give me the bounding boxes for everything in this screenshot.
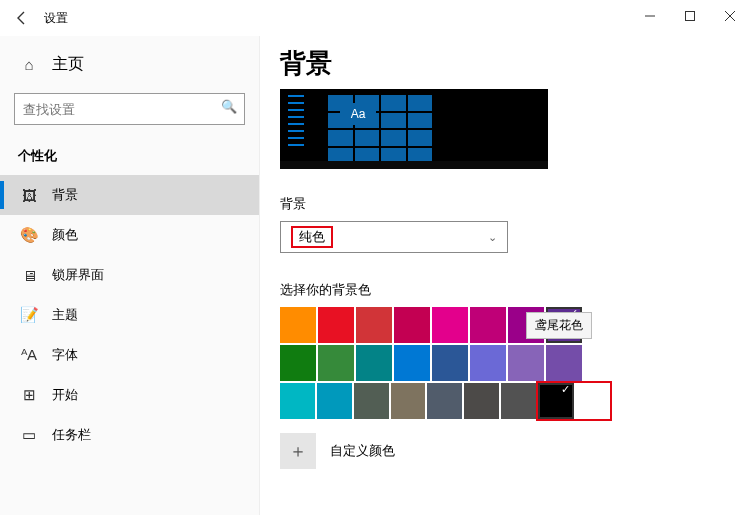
sidebar-item-6[interactable]: ▭任务栏 <box>0 415 259 455</box>
color-swatch[interactable] <box>318 345 354 381</box>
color-swatch[interactable] <box>501 383 536 419</box>
main-content: 背景 Aa 背景 纯色 ⌄ 选择你的背景色 ＋ 自定义颜色 <box>260 36 750 515</box>
background-preview: Aa <box>280 89 548 169</box>
color-swatch[interactable] <box>280 383 315 419</box>
choose-color-label: 选择你的背景色 <box>280 281 730 299</box>
color-swatch[interactable] <box>280 345 316 381</box>
background-dropdown[interactable]: 纯色 ⌄ <box>280 221 508 253</box>
chevron-down-icon: ⌄ <box>488 231 497 244</box>
color-swatch[interactable] <box>391 383 426 419</box>
maximize-button[interactable] <box>670 0 710 32</box>
color-swatch[interactable] <box>470 345 506 381</box>
color-swatch[interactable] <box>354 383 389 419</box>
color-tooltip: 鸢尾花色 <box>526 312 592 339</box>
color-swatch[interactable] <box>280 307 316 343</box>
color-swatch[interactable] <box>356 345 392 381</box>
sidebar-section-label: 个性化 <box>0 133 259 175</box>
sidebar-item-icon: 🖥 <box>20 267 38 284</box>
search-input[interactable] <box>14 93 245 125</box>
color-swatch[interactable] <box>394 345 430 381</box>
color-swatch[interactable] <box>546 345 582 381</box>
page-title: 背景 <box>280 46 730 81</box>
sidebar-item-4[interactable]: ᴬA字体 <box>0 335 259 375</box>
sidebar-item-label: 背景 <box>52 186 78 204</box>
color-swatch[interactable] <box>464 383 499 419</box>
sidebar-item-label: 颜色 <box>52 226 78 244</box>
sidebar: ⌂ 主页 🔍 个性化 🖼背景🎨颜色🖥锁屏界面📝主题ᴬA字体⊞开始▭任务栏 <box>0 36 260 515</box>
close-button[interactable] <box>710 0 750 32</box>
sidebar-item-5[interactable]: ⊞开始 <box>0 375 259 415</box>
color-swatch[interactable] <box>432 307 468 343</box>
color-swatch[interactable] <box>427 383 462 419</box>
background-dropdown-label: 背景 <box>280 195 730 213</box>
preview-sample-text: Aa <box>340 103 376 125</box>
color-swatch[interactable] <box>317 383 352 419</box>
color-swatch[interactable] <box>470 307 506 343</box>
home-icon: ⌂ <box>20 56 38 73</box>
custom-color-button[interactable]: ＋ <box>280 433 316 469</box>
sidebar-item-label: 锁屏界面 <box>52 266 104 284</box>
sidebar-item-3[interactable]: 📝主题 <box>0 295 259 335</box>
back-button[interactable] <box>0 0 44 36</box>
sidebar-item-icon: ᴬA <box>20 346 38 364</box>
background-dropdown-value: 纯色 <box>291 226 333 248</box>
minimize-button[interactable] <box>630 0 670 32</box>
sidebar-item-1[interactable]: 🎨颜色 <box>0 215 259 255</box>
window-title: 设置 <box>44 10 68 27</box>
sidebar-item-icon: ▭ <box>20 426 38 444</box>
color-swatch[interactable] <box>538 383 574 419</box>
sidebar-item-label: 开始 <box>52 386 78 404</box>
custom-color-label: 自定义颜色 <box>330 442 395 460</box>
sidebar-item-icon: 📝 <box>20 306 38 324</box>
color-swatch[interactable] <box>574 383 610 419</box>
color-swatch[interactable] <box>356 307 392 343</box>
sidebar-item-label: 字体 <box>52 346 78 364</box>
sidebar-item-icon: 🖼 <box>20 187 38 204</box>
search-icon: 🔍 <box>221 99 237 114</box>
sidebar-item-label: 任务栏 <box>52 426 91 444</box>
sidebar-item-2[interactable]: 🖥锁屏界面 <box>0 255 259 295</box>
color-swatch[interactable] <box>508 345 544 381</box>
sidebar-home[interactable]: ⌂ 主页 <box>0 44 259 85</box>
sidebar-item-icon: 🎨 <box>20 226 38 244</box>
color-swatch[interactable] <box>318 307 354 343</box>
sidebar-item-label: 主题 <box>52 306 78 324</box>
sidebar-home-label: 主页 <box>52 54 84 75</box>
svg-rect-1 <box>686 12 695 21</box>
sidebar-item-icon: ⊞ <box>20 386 38 404</box>
sidebar-item-0[interactable]: 🖼背景 <box>0 175 259 215</box>
color-swatch[interactable] <box>432 345 468 381</box>
color-swatch[interactable] <box>394 307 430 343</box>
